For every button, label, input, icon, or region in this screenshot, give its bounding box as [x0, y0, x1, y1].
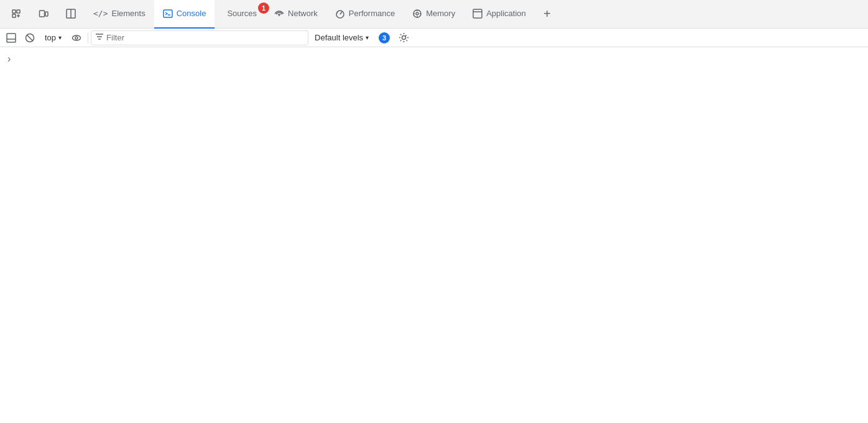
filter-input-wrap — [91, 30, 308, 45]
clear-icon — [25, 33, 35, 43]
dock-bottom-button[interactable] — [2, 30, 20, 45]
svg-rect-3 — [40, 11, 45, 17]
eye-icon — [72, 33, 81, 43]
tab-application[interactable]: Application — [464, 0, 535, 29]
live-expressions-button[interactable] — [68, 30, 85, 45]
console-toolbar: top ▾ Default levels ▾ 3 — [0, 29, 868, 47]
context-selector[interactable]: top ▾ — [40, 30, 67, 45]
tab-elements[interactable]: </> Elements — [85, 0, 154, 29]
message-bubble: 3 — [379, 32, 390, 43]
add-tab-button[interactable]: + — [537, 4, 557, 24]
svg-rect-19 — [7, 34, 16, 42]
panel-layout-icon — [66, 9, 76, 19]
dock-bottom-icon — [6, 33, 16, 43]
tab-console[interactable]: Console — [154, 0, 215, 29]
network-icon — [274, 9, 284, 19]
svg-rect-0 — [12, 10, 16, 13]
tab-sources-label: Sources — [227, 9, 257, 18]
svg-rect-4 — [45, 12, 48, 16]
levels-arrow-icon: ▾ — [366, 34, 369, 41]
memory-icon — [412, 9, 422, 19]
tab-network-label: Network — [288, 9, 318, 18]
svg-rect-2 — [12, 14, 16, 17]
gear-icon — [399, 32, 409, 43]
sources-notification-badge: 1 — [258, 2, 269, 14]
tab-inspect-element[interactable] — [2, 0, 30, 29]
elements-icon: </> — [93, 9, 108, 18]
svg-point-28 — [402, 36, 405, 40]
tab-network[interactable]: Network — [265, 0, 326, 29]
log-levels-selector[interactable]: Default levels ▾ — [310, 30, 374, 45]
console-settings-button[interactable] — [395, 30, 412, 45]
context-label: top — [45, 33, 56, 42]
tab-console-label: Console — [177, 9, 206, 18]
svg-point-24 — [75, 37, 78, 39]
levels-label: Default levels — [315, 33, 363, 42]
message-count[interactable]: 3 — [375, 30, 394, 45]
console-content: › — [0, 47, 868, 423]
tab-device-toolbar[interactable] — [30, 0, 57, 29]
inspect-icon — [11, 9, 21, 19]
tab-performance[interactable]: Performance — [326, 0, 404, 29]
clear-console-button[interactable] — [21, 30, 39, 45]
toolbar-divider — [88, 32, 88, 43]
tab-panel-layout[interactable] — [57, 0, 85, 29]
svg-point-23 — [73, 35, 81, 40]
tab-bar: </> Elements Console 1 Sources Network — [0, 0, 868, 29]
console-chevron[interactable]: › — [7, 53, 11, 65]
svg-rect-1 — [17, 10, 20, 13]
tab-performance-label: Performance — [349, 9, 395, 18]
tab-sources[interactable]: 1 Sources — [215, 0, 265, 29]
tab-memory[interactable]: Memory — [404, 0, 464, 29]
tab-elements-label: Elements — [111, 9, 145, 18]
add-icon: + — [543, 7, 551, 21]
console-icon — [163, 9, 173, 19]
svg-line-22 — [27, 35, 33, 40]
device-icon — [39, 9, 48, 19]
svg-rect-17 — [473, 9, 482, 18]
tab-application-label: Application — [486, 9, 526, 18]
application-icon — [473, 9, 482, 19]
context-arrow-icon: ▾ — [58, 34, 62, 41]
svg-point-9 — [279, 15, 280, 16]
message-count-value: 3 — [382, 34, 386, 42]
svg-point-12 — [416, 12, 418, 15]
tab-memory-label: Memory — [426, 9, 455, 18]
filter-input[interactable] — [106, 33, 304, 42]
filter-icon — [95, 32, 104, 43]
performance-icon — [335, 9, 345, 19]
